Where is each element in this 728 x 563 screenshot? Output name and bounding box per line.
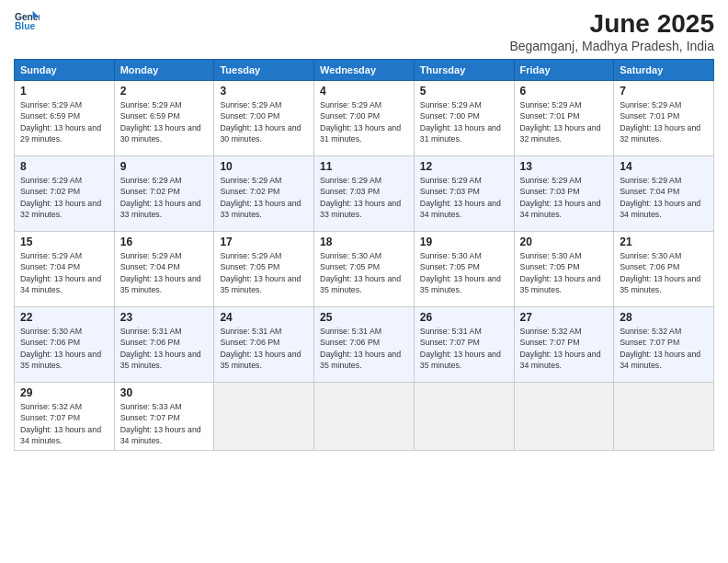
day-info: Sunrise: 5:31 AMSunset: 7:06 PMDaylight:… xyxy=(220,327,301,370)
table-row xyxy=(614,383,714,451)
day-number: 13 xyxy=(520,160,609,173)
table-row: 23 Sunrise: 5:31 AMSunset: 7:06 PMDaylig… xyxy=(114,307,214,383)
col-saturday: Saturday xyxy=(614,60,714,81)
day-info: Sunrise: 5:29 AMSunset: 7:01 PMDaylight:… xyxy=(620,100,700,144)
calendar-week-row: 22 Sunrise: 5:30 AMSunset: 7:06 PMDaylig… xyxy=(15,307,714,383)
day-number: 5 xyxy=(420,85,508,98)
day-info: Sunrise: 5:29 AMSunset: 6:59 PMDaylight:… xyxy=(20,100,101,144)
table-row: 9 Sunrise: 5:29 AMSunset: 7:02 PMDayligh… xyxy=(114,156,214,232)
table-row: 5 Sunrise: 5:29 AMSunset: 7:00 PMDayligh… xyxy=(414,81,514,156)
table-row: 17 Sunrise: 5:29 AMSunset: 7:05 PMDaylig… xyxy=(214,232,314,307)
table-row: 24 Sunrise: 5:31 AMSunset: 7:06 PMDaylig… xyxy=(214,307,314,383)
day-info: Sunrise: 5:29 AMSunset: 7:03 PMDaylight:… xyxy=(320,176,401,219)
day-number: 20 xyxy=(520,236,609,248)
table-row: 13 Sunrise: 5:29 AMSunset: 7:03 PMDaylig… xyxy=(514,156,614,232)
day-info: Sunrise: 5:29 AMSunset: 7:00 PMDaylight:… xyxy=(320,100,401,144)
table-row: 2 Sunrise: 5:29 AMSunset: 6:59 PMDayligh… xyxy=(114,81,214,156)
table-row: 28 Sunrise: 5:32 AMSunset: 7:07 PMDaylig… xyxy=(614,307,714,383)
day-info: Sunrise: 5:30 AMSunset: 7:06 PMDaylight:… xyxy=(620,251,700,294)
day-info: Sunrise: 5:29 AMSunset: 7:02 PMDaylight:… xyxy=(220,176,301,219)
table-row: 6 Sunrise: 5:29 AMSunset: 7:01 PMDayligh… xyxy=(514,81,614,156)
day-info: Sunrise: 5:32 AMSunset: 7:07 PMDaylight:… xyxy=(620,327,700,370)
day-info: Sunrise: 5:29 AMSunset: 6:59 PMDaylight:… xyxy=(120,100,201,144)
table-row: 19 Sunrise: 5:30 AMSunset: 7:05 PMDaylig… xyxy=(414,232,514,307)
col-tuesday: Tuesday xyxy=(214,60,314,81)
svg-text:Blue: Blue xyxy=(15,21,36,31)
table-row: 14 Sunrise: 5:29 AMSunset: 7:04 PMDaylig… xyxy=(614,156,714,232)
col-wednesday: Wednesday xyxy=(314,60,415,81)
calendar-week-row: 1 Sunrise: 5:29 AMSunset: 6:59 PMDayligh… xyxy=(15,81,714,156)
calendar-week-row: 15 Sunrise: 5:29 AMSunset: 7:04 PMDaylig… xyxy=(15,232,714,307)
day-number: 12 xyxy=(420,160,508,173)
table-row: 26 Sunrise: 5:31 AMSunset: 7:07 PMDaylig… xyxy=(414,307,514,383)
day-info: Sunrise: 5:31 AMSunset: 7:06 PMDaylight:… xyxy=(120,327,201,370)
day-info: Sunrise: 5:29 AMSunset: 7:00 PMDaylight:… xyxy=(420,100,501,144)
day-number: 23 xyxy=(120,311,209,324)
day-info: Sunrise: 5:32 AMSunset: 7:07 PMDaylight:… xyxy=(520,327,601,370)
day-number: 9 xyxy=(120,160,209,173)
day-number: 26 xyxy=(420,311,508,324)
day-number: 8 xyxy=(20,160,108,173)
day-number: 15 xyxy=(20,236,108,248)
day-info: Sunrise: 5:29 AMSunset: 7:02 PMDaylight:… xyxy=(20,176,101,219)
day-number: 21 xyxy=(620,236,708,248)
day-number: 22 xyxy=(20,311,108,324)
day-info: Sunrise: 5:29 AMSunset: 7:05 PMDaylight:… xyxy=(220,251,301,294)
day-info: Sunrise: 5:29 AMSunset: 7:04 PMDaylight:… xyxy=(120,251,201,294)
table-row: 1 Sunrise: 5:29 AMSunset: 6:59 PMDayligh… xyxy=(15,81,115,156)
table-row: 21 Sunrise: 5:30 AMSunset: 7:06 PMDaylig… xyxy=(614,232,714,307)
table-row: 20 Sunrise: 5:30 AMSunset: 7:05 PMDaylig… xyxy=(514,232,614,307)
day-number: 28 xyxy=(620,311,708,324)
title-block: June 2025 Begamganj, Madhya Pradesh, Ind… xyxy=(509,9,714,53)
day-info: Sunrise: 5:29 AMSunset: 7:04 PMDaylight:… xyxy=(20,251,101,294)
day-number: 27 xyxy=(520,311,609,324)
table-row: 27 Sunrise: 5:32 AMSunset: 7:07 PMDaylig… xyxy=(514,307,614,383)
day-number: 14 xyxy=(620,160,708,173)
day-info: Sunrise: 5:30 AMSunset: 7:05 PMDaylight:… xyxy=(520,251,601,294)
col-monday: Monday xyxy=(114,60,214,81)
day-info: Sunrise: 5:29 AMSunset: 7:04 PMDaylight:… xyxy=(620,176,700,219)
calendar-week-row: 29 Sunrise: 5:32 AMSunset: 7:07 PMDaylig… xyxy=(15,383,714,451)
day-number: 29 xyxy=(20,386,108,399)
col-thursday: Thursday xyxy=(414,60,514,81)
day-number: 17 xyxy=(220,236,308,248)
day-info: Sunrise: 5:29 AMSunset: 7:01 PMDaylight:… xyxy=(520,100,601,144)
calendar-week-row: 8 Sunrise: 5:29 AMSunset: 7:02 PMDayligh… xyxy=(15,156,714,232)
day-info: Sunrise: 5:31 AMSunset: 7:07 PMDaylight:… xyxy=(420,327,501,370)
logo-icon: General Blue xyxy=(14,9,40,35)
header: General Blue June 2025 Begamganj, Madhya… xyxy=(14,9,714,53)
day-info: Sunrise: 5:31 AMSunset: 7:06 PMDaylight:… xyxy=(320,327,401,370)
day-number: 4 xyxy=(320,85,408,98)
day-number: 24 xyxy=(220,311,308,324)
day-info: Sunrise: 5:32 AMSunset: 7:07 PMDaylight:… xyxy=(20,402,101,445)
table-row xyxy=(414,383,514,451)
day-info: Sunrise: 5:33 AMSunset: 7:07 PMDaylight:… xyxy=(120,402,201,445)
subtitle: Begamganj, Madhya Pradesh, India xyxy=(509,39,714,53)
table-row: 29 Sunrise: 5:32 AMSunset: 7:07 PMDaylig… xyxy=(15,383,115,451)
table-row: 18 Sunrise: 5:30 AMSunset: 7:05 PMDaylig… xyxy=(314,232,415,307)
day-number: 2 xyxy=(120,85,209,98)
day-number: 19 xyxy=(420,236,508,248)
table-row: 3 Sunrise: 5:29 AMSunset: 7:00 PMDayligh… xyxy=(214,81,314,156)
day-number: 6 xyxy=(520,85,609,98)
calendar-table: Sunday Monday Tuesday Wednesday Thursday… xyxy=(14,59,714,451)
table-row: 10 Sunrise: 5:29 AMSunset: 7:02 PMDaylig… xyxy=(214,156,314,232)
day-number: 18 xyxy=(320,236,408,248)
table-row: 15 Sunrise: 5:29 AMSunset: 7:04 PMDaylig… xyxy=(15,232,115,307)
day-number: 16 xyxy=(120,236,209,248)
day-number: 30 xyxy=(120,386,209,399)
day-number: 3 xyxy=(220,85,308,98)
month-title: June 2025 xyxy=(509,9,714,39)
day-number: 10 xyxy=(220,160,308,173)
table-row xyxy=(314,383,415,451)
table-row: 22 Sunrise: 5:30 AMSunset: 7:06 PMDaylig… xyxy=(15,307,115,383)
table-row: 16 Sunrise: 5:29 AMSunset: 7:04 PMDaylig… xyxy=(114,232,214,307)
day-number: 7 xyxy=(620,85,708,98)
table-row: 12 Sunrise: 5:29 AMSunset: 7:03 PMDaylig… xyxy=(414,156,514,232)
day-info: Sunrise: 5:29 AMSunset: 7:00 PMDaylight:… xyxy=(220,100,301,144)
day-info: Sunrise: 5:29 AMSunset: 7:03 PMDaylight:… xyxy=(520,176,601,219)
day-number: 25 xyxy=(320,311,408,324)
table-row xyxy=(514,383,614,451)
day-info: Sunrise: 5:30 AMSunset: 7:05 PMDaylight:… xyxy=(420,251,501,294)
day-info: Sunrise: 5:30 AMSunset: 7:06 PMDaylight:… xyxy=(20,327,101,370)
